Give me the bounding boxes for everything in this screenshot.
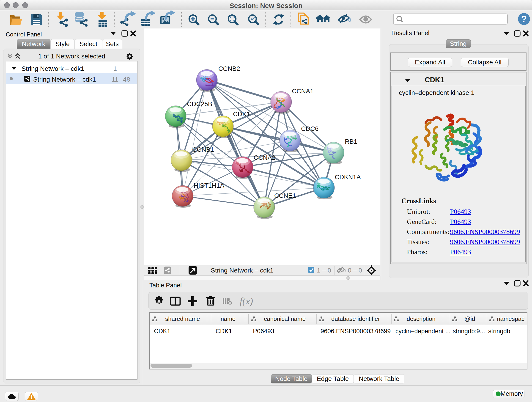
svg-text:CCNE1: CCNE1 [274, 192, 296, 199]
svg-text:@id: @id [464, 315, 475, 322]
svg-text:CDK1: CDK1 [233, 110, 250, 118]
svg-text:canonical name: canonical name [264, 315, 306, 322]
svg-text:f(x): f(x) [240, 296, 253, 307]
svg-text:CDC25B: CDC25B [187, 100, 212, 108]
svg-text:database identifier: database identifier [331, 315, 380, 322]
svg-text:name: name [221, 315, 235, 322]
svg-text:description: description [407, 315, 436, 322]
svg-text:stringdb: stringdb [488, 328, 510, 335]
svg-text:CCNA1: CCNA1 [292, 88, 314, 95]
svg-text:HIST1H1A: HIST1H1A [194, 182, 224, 189]
svg-text:CCNB1: CCNB1 [192, 146, 214, 153]
svg-text:CDKN1A: CDKN1A [335, 173, 361, 181]
svg-text:9606.ENSP00000378699: 9606.ENSP00000378699 [321, 328, 391, 335]
svg-text:CCNA2: CCNA2 [254, 154, 275, 161]
svg-text:String Network – cdk1: String Network – cdk1 [211, 267, 273, 274]
svg-text:namespac: namespac [497, 315, 525, 322]
svg-text:stringdb:9...: stringdb:9... [453, 328, 485, 335]
svg-text:0 – 0: 0 – 0 [348, 267, 362, 274]
svg-text:P06493: P06493 [253, 328, 274, 335]
svg-text:CCNB2: CCNB2 [218, 65, 240, 72]
svg-text:RB1: RB1 [345, 138, 357, 145]
svg-text:?: ? [521, 14, 527, 24]
svg-text:CDK1: CDK1 [215, 328, 232, 335]
svg-text:shared name: shared name [165, 315, 200, 322]
svg-text:cyclin–dependent ...: cyclin–dependent ... [395, 328, 450, 335]
svg-text:CDC6: CDC6 [301, 125, 318, 132]
svg-text:1 – 0: 1 – 0 [317, 267, 331, 274]
svg-text:CDK1: CDK1 [154, 328, 171, 335]
